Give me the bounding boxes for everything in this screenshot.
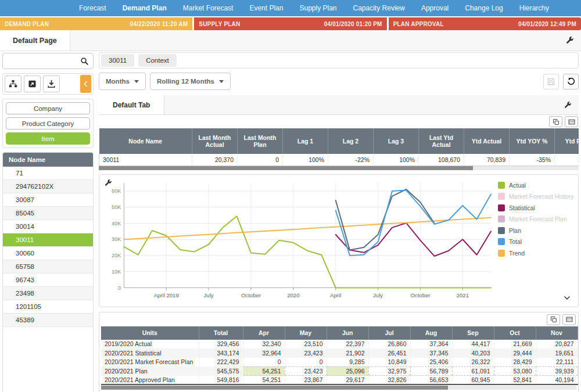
detail-cell[interactable]: 23,423 bbox=[285, 366, 327, 376]
series-total bbox=[336, 190, 491, 255]
detail-col-jun[interactable]: Jun bbox=[327, 326, 368, 340]
level-button-product-category[interactable]: Product Category bbox=[6, 117, 90, 130]
scrollbar-thumb[interactable] bbox=[101, 386, 448, 390]
summary-col-last-month-actual[interactable]: Last Month Actual bbox=[192, 128, 238, 154]
node-list-item[interactable]: 294762102X bbox=[3, 180, 93, 193]
view-settings-wrench-icon[interactable] bbox=[557, 95, 579, 114]
download-button[interactable] bbox=[43, 75, 60, 92]
nav-item-market-forecast[interactable]: Market Forecast bbox=[175, 0, 242, 16]
detail-cell[interactable]: 32,975 bbox=[368, 366, 410, 376]
nav-item-change-log[interactable]: Change Log bbox=[457, 0, 511, 16]
detail-col-units[interactable]: Units bbox=[101, 326, 199, 340]
summary-cell: 100% bbox=[374, 154, 419, 166]
tab-default-page[interactable]: Default Page bbox=[0, 30, 70, 51]
copy-grid-button[interactable] bbox=[547, 314, 560, 325]
copy-grid-button[interactable] bbox=[549, 116, 562, 127]
nav-item-demand-plan[interactable]: Demand Plan bbox=[114, 0, 175, 16]
nav-item-capacity-review[interactable]: Capacity Review bbox=[345, 0, 413, 16]
node-list-item[interactable]: 30087 bbox=[3, 193, 93, 207]
detail-col-apr[interactable]: Apr bbox=[243, 326, 285, 340]
caret-down-icon bbox=[219, 80, 224, 83]
sidebar-collapse-button[interactable] bbox=[80, 75, 91, 93]
dropdown-months[interactable]: Months bbox=[99, 73, 146, 90]
node-list-item[interactable]: 30011 bbox=[3, 233, 93, 247]
detail-cell[interactable]: 39,939 bbox=[536, 366, 578, 376]
legend-item-plan[interactable]: Plan bbox=[498, 227, 576, 234]
legend-item-actual[interactable]: Actual bbox=[498, 182, 576, 189]
page-settings-wrench-icon[interactable] bbox=[558, 30, 581, 51]
detail-cell: 25,406 bbox=[410, 358, 452, 367]
context-button-30011[interactable]: 30011 bbox=[101, 54, 134, 67]
legend-label: Statistical bbox=[509, 204, 535, 211]
detail-cell[interactable]: 25,096 bbox=[327, 366, 368, 376]
detail-col-oct[interactable]: Oct bbox=[494, 326, 536, 340]
export-grid-button[interactable] bbox=[562, 314, 576, 325]
node-list-item[interactable]: 85045 bbox=[3, 207, 93, 220]
level-button-item[interactable]: Item bbox=[6, 132, 90, 145]
legend-item-statistical[interactable]: Statistical bbox=[498, 204, 576, 211]
detail-cell: 32,964 bbox=[243, 348, 285, 358]
tab-default-tab[interactable]: Default Tab bbox=[99, 95, 164, 114]
node-list-item[interactable]: 65758 bbox=[3, 260, 93, 274]
detail-cell[interactable]: 53,080 bbox=[494, 366, 536, 376]
summary-horizontal-scrollbar[interactable] bbox=[99, 166, 579, 170]
summary-col-last-ytd-actual[interactable]: Last Ytd Actual bbox=[419, 128, 464, 154]
detail-cell[interactable]: 54,251 bbox=[243, 366, 285, 376]
legend-item-total[interactable]: Total bbox=[498, 238, 576, 245]
refresh-button[interactable] bbox=[563, 74, 579, 89]
nav-item-forecast[interactable]: Forecast bbox=[71, 0, 114, 16]
hierarchy-view-button[interactable] bbox=[5, 75, 21, 92]
summary-col-lag-3[interactable]: Lag 3 bbox=[374, 128, 419, 154]
top-nav: ForecastDemand PlanMarket ForecastEvent … bbox=[0, 0, 581, 16]
legend-item-market-forecast-plan[interactable]: Market Forecast Plan bbox=[498, 215, 576, 222]
detail-cell: 28,429 bbox=[494, 358, 536, 367]
detail-col-nov[interactable]: Nov bbox=[536, 326, 578, 340]
legend-item-market-forecast-history[interactable]: Market Forecast History bbox=[498, 193, 576, 200]
detail-cell: 52,841 bbox=[494, 376, 536, 385]
level-button-company[interactable]: Company bbox=[6, 102, 90, 114]
detail-horizontal-scrollbar[interactable] bbox=[101, 386, 576, 390]
summary-col-ytd-plan[interactable]: Ytd Plan bbox=[555, 128, 579, 154]
search-input[interactable] bbox=[3, 57, 76, 65]
search-button[interactable] bbox=[76, 53, 93, 69]
node-list-item[interactable]: 96743 bbox=[3, 274, 93, 287]
nav-item-approval[interactable]: Approval bbox=[413, 0, 457, 16]
context-button-context[interactable]: Context bbox=[138, 54, 177, 67]
node-list-item[interactable]: 1201105 bbox=[3, 300, 93, 314]
summary-col-lag-2[interactable]: Lag 2 bbox=[328, 128, 374, 154]
detail-col-sep[interactable]: Sep bbox=[452, 326, 494, 340]
detail-cell: 26,451 bbox=[368, 348, 410, 358]
nav-item-supply-plan[interactable]: Supply Plan bbox=[291, 0, 345, 16]
scrollbar-thumb[interactable] bbox=[99, 166, 473, 170]
summary-col-node-name[interactable]: Node Name bbox=[99, 128, 192, 154]
detail-col-aug[interactable]: Aug bbox=[410, 326, 452, 340]
detail-cell[interactable]: 56,789 bbox=[410, 366, 452, 376]
download-icon bbox=[46, 79, 56, 89]
dropdown-rolling-12-months[interactable]: Rolling 12 Months bbox=[150, 73, 231, 90]
node-list-item[interactable]: 23498 bbox=[3, 287, 93, 300]
node-list-item[interactable]: 45389 bbox=[3, 314, 93, 327]
summary-cell: 0 bbox=[238, 154, 283, 166]
save-button[interactable] bbox=[543, 74, 559, 89]
summary-col-ytd-actual[interactable]: Ytd Actual bbox=[464, 128, 510, 154]
export-grid-button[interactable] bbox=[565, 116, 578, 127]
detail-col-total[interactable]: Total bbox=[199, 326, 243, 340]
detail-cell: 54,251 bbox=[243, 376, 285, 385]
svg-text:July: July bbox=[204, 292, 214, 298]
chart-settings-wrench-icon[interactable] bbox=[104, 179, 112, 187]
node-list-item[interactable]: 30060 bbox=[3, 247, 93, 260]
detail-cell[interactable]: 61,091 bbox=[452, 366, 494, 376]
nav-item-event-plan[interactable]: Event Plan bbox=[241, 0, 291, 16]
open-external-button[interactable] bbox=[24, 75, 41, 92]
chart-collapse-chevron-down-icon[interactable] bbox=[563, 294, 571, 302]
summary-col-lag-1[interactable]: Lag 1 bbox=[283, 128, 328, 154]
detail-col-may[interactable]: May bbox=[285, 326, 327, 340]
summary-col-last-month-plan[interactable]: Last Month Plan bbox=[238, 128, 283, 154]
legend-item-trend[interactable]: Trend bbox=[498, 250, 576, 257]
node-list-item[interactable]: 71 bbox=[3, 167, 93, 180]
detail-col-jul[interactable]: Jul bbox=[368, 326, 410, 340]
nav-item-hierarchy[interactable]: Hierarchy bbox=[511, 0, 557, 16]
summary-col-ytd-yoy-[interactable]: Ytd YOY % bbox=[510, 128, 555, 154]
node-list-item[interactable]: 30014 bbox=[3, 220, 93, 233]
detail-row-label: 2020/2021 Statistical bbox=[101, 348, 199, 358]
